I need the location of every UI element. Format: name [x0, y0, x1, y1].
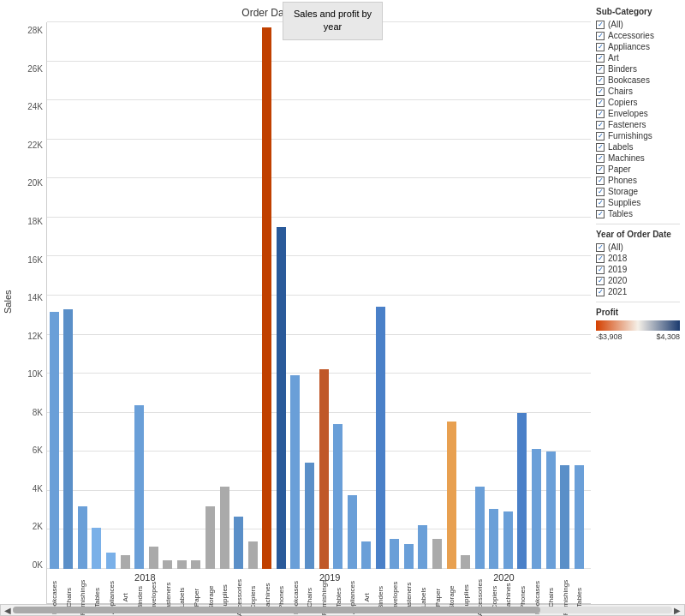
bar-tables-37[interactable]	[575, 465, 584, 569]
bar-supplies-12[interactable]	[220, 487, 229, 569]
legend-subcategory-item[interactable]: Supplies	[596, 198, 680, 207]
x-cat-label: Labels	[419, 588, 426, 608]
legend-checkbox[interactable]	[596, 154, 605, 163]
legend-subcategory-item[interactable]: Copiers	[596, 98, 680, 107]
scrollbar-area[interactable]: ◀ ▶	[0, 604, 685, 616]
legend-checkbox[interactable]	[596, 99, 605, 107]
bar-storage-11[interactable]	[206, 506, 215, 569]
x-cat-label: Chairs	[306, 588, 313, 607]
legend-year-title: Year of Order Date	[596, 230, 680, 239]
bar-bookcases-0[interactable]	[50, 312, 59, 569]
bar-appliances-4[interactable]	[106, 553, 116, 569]
legend-subcategory-item[interactable]: Furnishings	[596, 131, 680, 141]
legend-checkbox[interactable]	[596, 21, 605, 29]
bar-chairs-1[interactable]	[63, 309, 73, 569]
legend-subcategory-item[interactable]: Appliances	[596, 42, 680, 51]
legend-subcategory-item[interactable]: Phones	[596, 176, 680, 185]
bar-copiers-14[interactable]	[248, 541, 258, 569]
legend-checkbox[interactable]	[596, 199, 605, 207]
legend-year-checkbox[interactable]	[596, 277, 605, 285]
legend-checkbox[interactable]	[596, 188, 605, 196]
scrollbar-thumb[interactable]	[13, 607, 540, 613]
bar-furnishings-2[interactable]	[78, 506, 87, 569]
legend-subcategory-item[interactable]: (All)	[596, 20, 680, 29]
legend-year-checkbox[interactable]	[596, 266, 605, 274]
legend-year-item[interactable]: 2020	[596, 276, 680, 285]
legend-year-item[interactable]: 2019	[596, 265, 680, 274]
legend-year-item[interactable]: (All)	[596, 242, 680, 252]
legend-year-checkbox[interactable]	[596, 243, 605, 252]
legend-subcategory-item[interactable]: Art	[596, 53, 680, 63]
profit-bar-container: -$3,908 $4,308	[596, 320, 680, 341]
bar-bookcases-34[interactable]	[532, 449, 541, 569]
bar-storage-28[interactable]	[447, 422, 456, 569]
legend-checkbox[interactable]	[596, 87, 605, 96]
bar-chairs-35[interactable]	[546, 452, 556, 569]
legend-year-item[interactable]: 2021	[596, 287, 680, 296]
bar-furnishings-19[interactable]	[319, 369, 329, 569]
legend-item-label: Supplies	[608, 198, 640, 207]
legend-subcategory-item[interactable]: Machines	[596, 153, 680, 163]
legend-year-checkbox[interactable]	[596, 254, 605, 263]
legend-subcategory-item[interactable]: Chairs	[596, 87, 680, 96]
legend-year-item[interactable]: 2018	[596, 254, 680, 263]
bar-fasteners-8[interactable]	[163, 560, 172, 569]
legend-subcategory-item[interactable]: Storage	[596, 187, 680, 196]
legend-subcategory-item[interactable]: Labels	[596, 142, 680, 152]
legend-checkbox[interactable]	[596, 110, 605, 118]
bar-phones-16[interactable]	[277, 227, 286, 569]
bar-tables-20[interactable]	[333, 424, 342, 569]
bar-paper-27[interactable]	[432, 539, 442, 569]
bar-art-22[interactable]	[361, 541, 371, 569]
legend-subcategory-item[interactable]: Paper	[596, 164, 680, 174]
bar-fasteners-25[interactable]	[404, 544, 414, 569]
legend-subcategory-item[interactable]: Binders	[596, 64, 680, 74]
bar-binders-6[interactable]	[134, 405, 144, 569]
legend-checkbox[interactable]	[596, 43, 605, 51]
bar-supplies-29[interactable]	[461, 555, 470, 569]
bar-tables-3[interactable]	[92, 528, 101, 569]
legend-checkbox[interactable]	[596, 210, 605, 218]
legend-checkbox[interactable]	[596, 176, 605, 185]
legend-checkbox[interactable]	[596, 143, 605, 152]
legend-checkbox[interactable]	[596, 76, 605, 85]
profit-gradient	[596, 320, 680, 331]
scrollbar-track[interactable]	[13, 607, 672, 613]
bar-envelopes-24[interactable]	[390, 539, 399, 569]
legend-subcategory-item[interactable]: Bookcases	[596, 75, 680, 85]
bar-chairs-18[interactable]	[305, 463, 314, 569]
bar-art-5[interactable]	[121, 555, 130, 569]
bar-accessories-30[interactable]	[475, 487, 485, 569]
legend-checkbox[interactable]	[596, 132, 605, 141]
y-tick: 28K	[15, 26, 46, 35]
bar-machines-15[interactable]	[262, 27, 271, 569]
bar-envelopes-7[interactable]	[149, 547, 158, 569]
scroll-right-arrow[interactable]: ▶	[672, 606, 682, 615]
legend-checkbox[interactable]	[596, 32, 605, 40]
legend-divider-1	[596, 224, 680, 224]
bar-bookcases-17[interactable]	[290, 375, 300, 569]
legend-checkbox[interactable]	[596, 165, 605, 174]
legend-subcategory-item[interactable]: Accessories	[596, 31, 680, 40]
bar-labels-26[interactable]	[418, 525, 427, 569]
legend-checkbox[interactable]	[596, 65, 605, 74]
x-cat-label: Chairs	[547, 588, 555, 607]
legend-checkbox[interactable]	[596, 54, 605, 63]
bar-machines-32[interactable]	[503, 511, 513, 569]
legend-subcategory-item[interactable]: Fasteners	[596, 120, 680, 129]
bar-binders-23[interactable]	[376, 307, 385, 569]
scroll-left-arrow[interactable]: ◀	[3, 606, 13, 615]
bar-labels-9[interactable]	[177, 560, 187, 569]
bar-appliances-21[interactable]	[348, 495, 357, 569]
bar-phones-33[interactable]	[517, 413, 527, 569]
bar-accessories-13[interactable]	[234, 517, 243, 569]
legend-checkbox[interactable]	[596, 121, 605, 129]
bar-copiers-31[interactable]	[489, 509, 498, 569]
legend-subcategory-item[interactable]: Tables	[596, 209, 680, 218]
legend-subcategory-item[interactable]: Envelopes	[596, 109, 680, 118]
legend-item-label: Labels	[608, 142, 633, 152]
bar-furnishings-36[interactable]	[560, 465, 569, 569]
legend-year-checkbox[interactable]	[596, 288, 605, 296]
tooltip-line2: year	[324, 21, 342, 32]
bar-paper-10[interactable]	[191, 560, 200, 569]
